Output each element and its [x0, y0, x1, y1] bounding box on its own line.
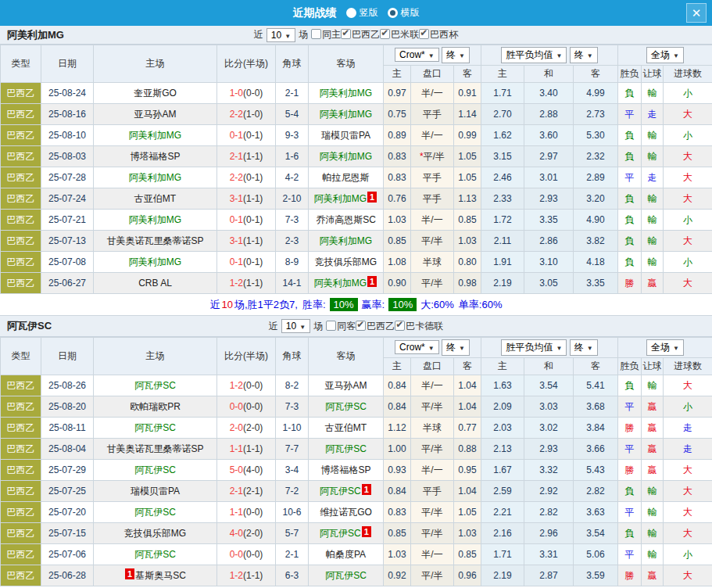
away-team-cell: 阿瓦伊SC	[309, 439, 384, 460]
goals-result-cell: 小	[664, 544, 712, 565]
home-team-cell: 阿瓦伊SC	[94, 502, 217, 523]
date-cell: 25-06-28	[41, 565, 94, 586]
match-row: 巴西乙25-08-26阿瓦伊SC1-2(0-0)8-2亚马孙AM0.84半/一1…	[1, 375, 712, 396]
home-team-name: 阿美利加MG	[129, 256, 181, 267]
avg-home-cell: 2.11	[481, 231, 524, 252]
recent-count-select[interactable]: 10▼	[281, 319, 310, 333]
home-team-name: CRB AL	[138, 278, 172, 289]
away-team-name: 阿瓦伊SC	[320, 528, 361, 539]
bookmaker-select[interactable]: Crow*▼	[395, 48, 439, 62]
final-avg-select[interactable]: 终▼	[570, 339, 598, 356]
match-row: 巴西乙25-08-24奎亚斯GO1-0(0-0)2-1阿美利加MG0.97半/一…	[1, 83, 712, 104]
avg-odds-select[interactable]: 胜平负均值▼	[501, 339, 567, 356]
fulltime-score: 0-1	[230, 214, 243, 225]
league-checkbox-label[interactable]: 巴卡德联	[406, 321, 443, 332]
same-venue-checkbox[interactable]	[311, 29, 321, 39]
league-checkbox-label[interactable]: 巴西杯	[430, 29, 458, 40]
title-bar: 近期战绩 竖版 横版 ✕	[0, 0, 712, 26]
home-team-cell: 博塔福格SP	[94, 146, 217, 167]
handicap-result-cell: 輸	[642, 125, 664, 146]
avg-draw-cell: 3.03	[524, 396, 574, 418]
league-checkbox-label[interactable]: 巴西乙	[352, 29, 380, 40]
final-avg-select[interactable]: 终▼	[570, 47, 598, 63]
bookmaker-select[interactable]: Crow*▼	[395, 340, 439, 354]
home-team-name: 亚马孙AM	[134, 109, 177, 120]
results-table-avaisc: 类型 日期 主场 比分(半场) 角球 客场 Crow*▼ 终▼ 胜平负均值▼ 终…	[0, 337, 712, 586]
avg-home-cell: 1.71	[481, 544, 524, 565]
single-rate: 单率:60%	[459, 298, 503, 312]
score-cell: 0-0(0-0)	[217, 396, 276, 418]
fulltime-select[interactable]: 全场▼	[646, 47, 684, 63]
col-away: 客场	[309, 338, 384, 375]
close-icon[interactable]: ✕	[686, 3, 707, 23]
match-row: 巴西乙25-07-20阿瓦伊SC1-1(0-0)10-6维拉诺瓦GO0.83平/…	[1, 502, 712, 523]
odds-home-cell: 0.97	[384, 83, 411, 104]
goals-result-cell: 大	[664, 167, 712, 188]
fulltime-score: 1-2	[230, 570, 243, 581]
home-team-name: 奎亚斯GO	[134, 88, 177, 99]
league-checkbox-label[interactable]: 巴米联	[391, 29, 419, 40]
league-checkbox[interactable]	[395, 321, 405, 331]
same-venue-label[interactable]: 同客	[337, 321, 356, 332]
horizontal-layout-label[interactable]: 横版	[401, 6, 420, 20]
home-team-cell: 阿瓦伊SC	[94, 418, 217, 439]
league-checkbox[interactable]	[380, 29, 390, 39]
handicap-result-cell: 輸	[642, 502, 664, 523]
away-team-cell: 阿美利加MG	[309, 104, 384, 125]
odds-away-cell: 0.85	[454, 544, 481, 565]
red-badge: 1	[367, 276, 377, 287]
away-team-name: 阿美利加MG	[314, 193, 367, 204]
same-venue-label[interactable]: 同主	[322, 29, 341, 40]
final-odds-select[interactable]: 终▼	[442, 339, 470, 356]
league-checkbox[interactable]	[356, 321, 366, 331]
home-team-name: 阿瓦伊SC	[134, 549, 176, 560]
col-score: 比分(半场)	[217, 338, 276, 375]
score-cell: 2-2(0-1)	[217, 167, 276, 188]
recent-count-select[interactable]: 10▼	[267, 28, 295, 42]
date-cell: 25-07-06	[41, 544, 94, 565]
goals-result-cell: 小	[664, 396, 712, 418]
same-venue-checkbox[interactable]	[326, 321, 336, 331]
handicap-result-cell: 輸	[642, 210, 664, 231]
fulltime-score: 2-1	[230, 486, 243, 497]
vertical-layout-label[interactable]: 竖版	[360, 6, 378, 20]
league-cell: 巴西乙	[1, 273, 41, 294]
col-odds-away: 客	[454, 66, 481, 83]
fulltime-score: 1-1	[230, 507, 243, 518]
avg-home-cell: 1.62	[481, 125, 524, 146]
home-team-cell: CRB AL	[94, 273, 217, 294]
corner-cell: 6-3	[276, 565, 309, 586]
wdl-result-cell: 負	[618, 210, 642, 231]
avg-draw-cell: 2.86	[524, 231, 574, 252]
home-team-cell: 奎亚斯GO	[94, 83, 217, 104]
goals-result-cell: 大	[664, 273, 712, 294]
col-handicap-result: 让球	[642, 66, 664, 83]
date-cell: 25-08-10	[41, 125, 94, 146]
fulltime-select[interactable]: 全场▼	[646, 339, 684, 356]
avg-away-cell: 4.90	[574, 210, 618, 231]
chevron-down-icon: ▼	[428, 52, 435, 59]
league-cell: 巴西乙	[1, 252, 41, 273]
away-team-name: 竞技俱乐部MG	[315, 256, 377, 267]
away-team-name: 帕拉尼恩斯	[323, 172, 370, 183]
horizontal-layout-radio[interactable]	[388, 8, 398, 18]
halftime-score: (1-0)	[243, 109, 263, 120]
league-cell: 巴西乙	[1, 375, 41, 396]
fulltime-score: 3-1	[230, 193, 243, 204]
home-team-name: 甘美奥诺瓦里桑蒂诺SP	[106, 443, 203, 454]
wdl-result-cell: 負	[618, 188, 642, 210]
league-checkbox-label[interactable]: 巴西乙	[367, 321, 395, 332]
chevron-down-icon: ▼	[284, 33, 291, 40]
away-team-cell: 博塔福格SP	[309, 460, 384, 481]
league-checkbox[interactable]	[341, 29, 351, 39]
final-odds-select[interactable]: 终▼	[442, 47, 470, 63]
score-cell: 0-1(0-1)	[217, 125, 276, 146]
home-team-cell: 古亚伯MT	[94, 188, 217, 210]
profit-rate-label: 赢率:	[362, 298, 385, 312]
odds-home-cell: 0.85	[384, 231, 411, 252]
avg-odds-select[interactable]: 胜平负均值▼	[501, 47, 567, 63]
odds-away-cell: 1.05	[454, 502, 481, 523]
vertical-layout-radio[interactable]	[346, 8, 356, 18]
league-checkbox[interactable]	[419, 29, 429, 39]
goals-result-cell: 小	[664, 125, 712, 146]
